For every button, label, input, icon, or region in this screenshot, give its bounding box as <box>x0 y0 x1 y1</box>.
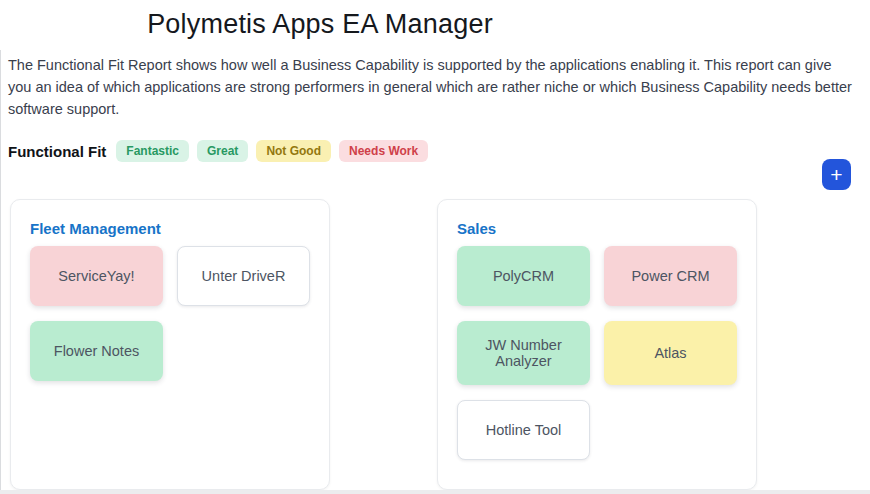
panel-left-border <box>0 50 1 494</box>
legend-badge-needs-work: Needs Work <box>339 140 428 162</box>
app-name-label: Flower Notes <box>54 343 139 359</box>
app-name-label: Hotline Tool <box>486 422 562 438</box>
app-tile-serviceyay[interactable]: ServiceYay! <box>30 246 163 306</box>
app-tile-polycrm[interactable]: PolyCRM <box>457 246 590 306</box>
app-name-label: Atlas <box>654 345 686 361</box>
app-name-label: PolyCRM <box>493 268 554 284</box>
app-tile-grid: PolyCRMPower CRMJW Number AnalyzerAtlasH… <box>457 246 737 460</box>
report-description: The Functional Fit Report shows how well… <box>8 54 854 120</box>
app-tile-jw-number-analyzer[interactable]: JW Number Analyzer <box>457 321 590 385</box>
capability-title-fleet-management[interactable]: Fleet Management <box>30 220 310 237</box>
app-name-label: ServiceYay! <box>58 268 134 284</box>
app-tile-grid: ServiceYay!Unter DriveRFlower Notes <box>30 246 310 381</box>
legend-badge-great: Great <box>197 140 248 162</box>
capability-cards-row: Fleet ManagementServiceYay!Unter DriveRF… <box>10 199 757 490</box>
app-tile-unter-driver[interactable]: Unter DriveR <box>177 246 310 306</box>
functional-fit-label: Functional Fit <box>8 143 106 160</box>
capability-card-sales: SalesPolyCRMPower CRMJW Number AnalyzerA… <box>437 199 757 490</box>
app-tile-flower-notes[interactable]: Flower Notes <box>30 321 163 381</box>
app-name-label: Power CRM <box>631 268 709 284</box>
plus-icon: + <box>830 163 842 186</box>
app-name-label: JW Number Analyzer <box>467 337 580 369</box>
app-tile-atlas[interactable]: Atlas <box>604 321 737 385</box>
legend-badge-not-good: Not Good <box>256 140 331 162</box>
app-tile-power-crm[interactable]: Power CRM <box>604 246 737 306</box>
add-button[interactable]: + <box>822 159 851 190</box>
page-title: Polymetis Apps EA Manager <box>0 9 640 40</box>
app-root: Polymetis Apps EA Manager The Functional… <box>0 0 870 494</box>
app-name-label: Unter DriveR <box>202 268 286 284</box>
legend-badge-fantastic: Fantastic <box>116 140 189 162</box>
functional-fit-legend: Functional Fit FantasticGreatNot GoodNee… <box>8 140 428 162</box>
app-tile-hotline-tool[interactable]: Hotline Tool <box>457 400 590 460</box>
capability-card-fleet-management: Fleet ManagementServiceYay!Unter DriveRF… <box>10 199 330 490</box>
capability-title-sales[interactable]: Sales <box>457 220 737 237</box>
page-bottom-edge <box>0 490 870 494</box>
